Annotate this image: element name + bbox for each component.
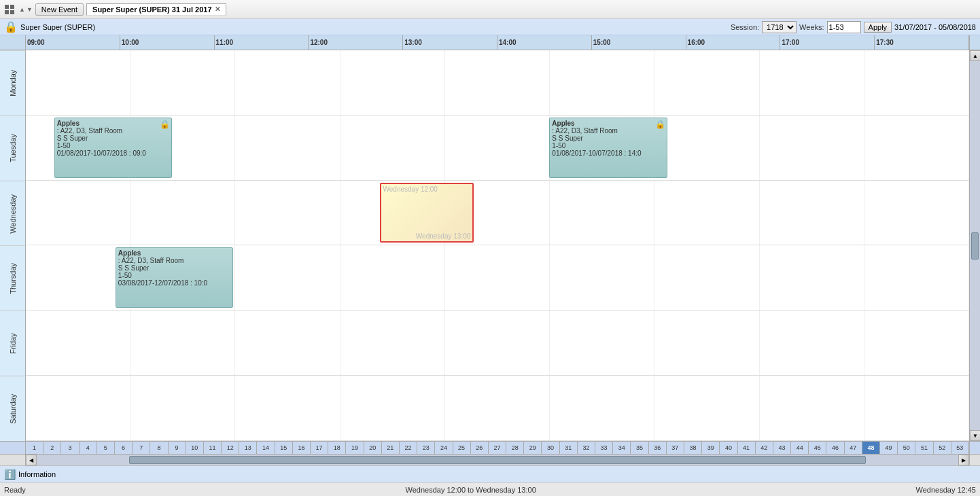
week-cell-21[interactable]: 21 bbox=[382, 442, 400, 454]
hour-slot[interactable] bbox=[26, 311, 130, 375]
hour-slot[interactable] bbox=[654, 376, 759, 440]
week-cell-26[interactable]: 26 bbox=[471, 442, 489, 454]
event-thursday-morning[interactable]: Apples: A22, D3, Staff RoomS S Super1-50… bbox=[116, 247, 234, 308]
week-cell-38[interactable]: 38 bbox=[684, 442, 702, 454]
week-cell-18[interactable]: 18 bbox=[328, 442, 346, 454]
hour-slot[interactable] bbox=[130, 181, 235, 245]
hour-slot[interactable] bbox=[760, 50, 864, 115]
hour-slot[interactable] bbox=[864, 376, 969, 440]
right-scrollbar[interactable]: ▲ ▼ bbox=[969, 50, 980, 441]
hour-slot[interactable] bbox=[760, 245, 864, 310]
week-cell-8[interactable]: 8 bbox=[150, 442, 168, 454]
week-cell-51[interactable]: 51 bbox=[915, 442, 933, 454]
week-cell-31[interactable]: 31 bbox=[560, 442, 578, 454]
week-cell-5[interactable]: 5 bbox=[97, 442, 115, 454]
hour-slot[interactable] bbox=[654, 311, 759, 375]
week-cell-17[interactable]: 17 bbox=[311, 442, 328, 454]
h-scroll-thumb[interactable] bbox=[129, 456, 867, 464]
week-cells[interactable]: 1234567891011121314151617181920212223242… bbox=[26, 442, 969, 454]
week-cell-24[interactable]: 24 bbox=[435, 442, 453, 454]
hour-slot[interactable] bbox=[340, 116, 445, 180]
h-scroll-left-button[interactable]: ◀ bbox=[26, 455, 37, 465]
hour-slot[interactable] bbox=[864, 50, 969, 115]
hour-slot[interactable] bbox=[340, 245, 445, 310]
hour-slot[interactable] bbox=[340, 311, 445, 375]
week-cell-40[interactable]: 40 bbox=[720, 442, 737, 454]
week-cell-43[interactable]: 43 bbox=[773, 442, 791, 454]
new-event-button[interactable]: New Event bbox=[35, 3, 84, 16]
apply-button[interactable]: Apply bbox=[864, 22, 892, 33]
week-cell-13[interactable]: 13 bbox=[239, 442, 257, 454]
week-cell-46[interactable]: 46 bbox=[826, 442, 844, 454]
hour-slot[interactable] bbox=[864, 116, 969, 180]
hour-slot[interactable] bbox=[654, 50, 759, 115]
week-cell-52[interactable]: 52 bbox=[934, 442, 951, 454]
app-menu-icon[interactable] bbox=[3, 3, 16, 16]
hour-slot[interactable] bbox=[235, 50, 340, 115]
week-cell-25[interactable]: 25 bbox=[453, 442, 471, 454]
hour-slot[interactable] bbox=[864, 245, 969, 310]
hour-slot[interactable] bbox=[235, 116, 340, 180]
week-cell-39[interactable]: 39 bbox=[702, 442, 720, 454]
week-cell-34[interactable]: 34 bbox=[613, 442, 631, 454]
hour-slot[interactable] bbox=[550, 181, 654, 245]
hour-slot[interactable] bbox=[864, 311, 969, 375]
week-cell-47[interactable]: 47 bbox=[845, 442, 862, 454]
week-cell-37[interactable]: 37 bbox=[667, 442, 684, 454]
hour-slot[interactable] bbox=[654, 116, 759, 180]
h-scroll-track[interactable] bbox=[37, 455, 958, 465]
hour-slot[interactable] bbox=[445, 376, 550, 440]
week-cell-11[interactable]: 11 bbox=[204, 442, 222, 454]
hour-slot[interactable] bbox=[26, 181, 130, 245]
hour-slot[interactable] bbox=[26, 50, 130, 115]
week-cell-23[interactable]: 23 bbox=[417, 442, 435, 454]
week-cell-45[interactable]: 45 bbox=[809, 442, 826, 454]
hour-slot[interactable] bbox=[340, 50, 445, 115]
week-cell-4[interactable]: 4 bbox=[80, 442, 97, 454]
hour-slot[interactable] bbox=[654, 181, 759, 245]
tab-close-button[interactable]: ✕ bbox=[215, 5, 220, 13]
week-cell-27[interactable]: 27 bbox=[489, 442, 506, 454]
week-cell-28[interactable]: 28 bbox=[506, 442, 524, 454]
hour-slot[interactable] bbox=[550, 245, 654, 310]
week-cell-50[interactable]: 50 bbox=[898, 442, 915, 454]
hour-slot[interactable] bbox=[760, 311, 864, 375]
hour-slot[interactable] bbox=[445, 116, 550, 180]
week-cell-29[interactable]: 29 bbox=[524, 442, 542, 454]
week-cell-22[interactable]: 22 bbox=[400, 442, 417, 454]
hour-slot[interactable] bbox=[340, 376, 445, 440]
h-scroll-right-button[interactable]: ▶ bbox=[958, 455, 969, 465]
week-cell-6[interactable]: 6 bbox=[115, 442, 133, 454]
week-cell-48[interactable]: 48 bbox=[862, 442, 880, 454]
active-tab[interactable]: Super Super (SUPER) 31 Jul 2017 ✕ bbox=[86, 3, 226, 16]
week-cell-42[interactable]: 42 bbox=[756, 442, 773, 454]
hour-slot[interactable] bbox=[26, 376, 130, 440]
week-cell-16[interactable]: 16 bbox=[293, 442, 311, 454]
hour-slot[interactable] bbox=[445, 50, 550, 115]
week-cell-33[interactable]: 33 bbox=[595, 442, 613, 454]
week-cell-30[interactable]: 30 bbox=[542, 442, 559, 454]
hour-slot[interactable] bbox=[235, 245, 340, 310]
hour-slot[interactable] bbox=[445, 245, 550, 310]
scroll-up-button[interactable]: ▲ bbox=[970, 50, 980, 61]
hour-slot[interactable] bbox=[235, 376, 340, 440]
weeks-input[interactable] bbox=[827, 21, 861, 33]
week-cell-7[interactable]: 7 bbox=[133, 442, 150, 454]
scroll-thumb[interactable] bbox=[971, 232, 979, 260]
hour-slot[interactable] bbox=[760, 116, 864, 180]
week-cell-1[interactable]: 1 bbox=[26, 442, 43, 454]
week-cell-3[interactable]: 3 bbox=[61, 442, 79, 454]
hour-slot[interactable] bbox=[760, 181, 864, 245]
event-wednesday-selected[interactable]: Wednesday 12:00Wednesday 13:00 bbox=[380, 183, 474, 243]
hour-slot[interactable] bbox=[130, 50, 235, 115]
hour-slot[interactable] bbox=[654, 245, 759, 310]
h-scrollbar[interactable]: ◀ ▶ bbox=[0, 455, 980, 465]
week-cell-41[interactable]: 41 bbox=[738, 442, 756, 454]
hour-slot[interactable] bbox=[550, 376, 654, 440]
week-cell-20[interactable]: 20 bbox=[364, 442, 382, 454]
week-cell-35[interactable]: 35 bbox=[631, 442, 648, 454]
week-cell-9[interactable]: 9 bbox=[169, 442, 186, 454]
scroll-track[interactable] bbox=[970, 61, 980, 430]
week-cell-49[interactable]: 49 bbox=[880, 442, 898, 454]
event-tuesday-morning[interactable]: Apples: A22, D3, Staff RoomS S Super1-50… bbox=[54, 118, 173, 178]
